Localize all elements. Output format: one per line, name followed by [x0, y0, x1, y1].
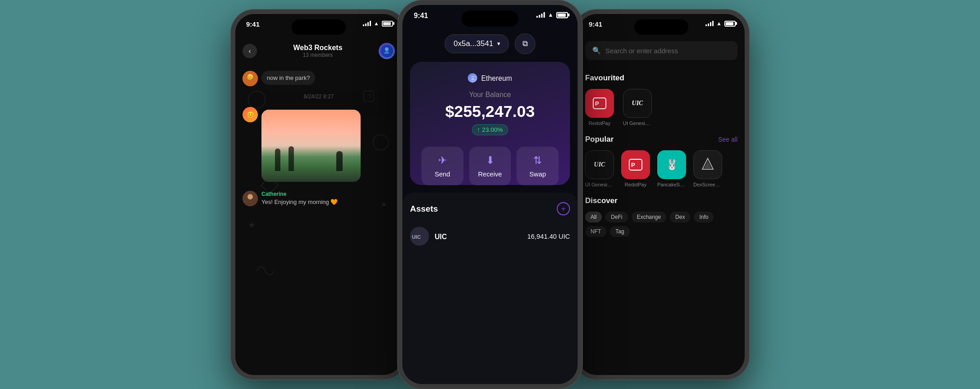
chat-member-count: 13 members [262, 52, 373, 58]
add-asset-button[interactable]: + [557, 202, 570, 215]
discover-tab-nft[interactable]: NFT [585, 226, 606, 237]
discover-tabs: All DeFi Exchange Dex Info NFT Tag [585, 212, 737, 237]
dapp-item-redotpay-pop[interactable]: P RedotPay [621, 150, 650, 187]
search-icon: 🔍 [592, 46, 601, 55]
copy-address-button[interactable]: ⧉ [514, 33, 535, 54]
discover-tab-exchange[interactable]: Exchange [632, 212, 666, 222]
asset-item-uic[interactable]: UIC UIC 16,941.40 UIC [410, 223, 570, 250]
svg-text:😊: 😊 [247, 74, 253, 80]
signal-icon-browser [705, 21, 714, 26]
change-badge: ↑ 23.00% [472, 125, 508, 135]
wallet-actions: ✈ Send ⬇ Receive ⇅ Swap [421, 147, 559, 185]
favourited-grid: P RedotPay UIC UI Genesis No.. [585, 89, 737, 126]
status-time-browser: 9:41 [589, 20, 602, 28]
chat-messages-area: 😊 now in the park? 6/24/22 8:27 😊 [235, 64, 402, 375]
browser-content: Favourited P RedotPay UIC [578, 66, 745, 375]
discover-tab-dex[interactable]: Dex [670, 212, 690, 222]
date-divider: 6/24/22 8:27 [243, 93, 395, 100]
dynamic-island [292, 19, 346, 35]
svg-point-7 [385, 47, 389, 51]
chat-screen: ★ ★ ? 9:41 ▲ [235, 14, 402, 375]
pancake-pop-icon: 🐰 [657, 150, 686, 179]
swap-label: Swap [529, 170, 546, 178]
assets-section: Assets + UIC UIC 16,941.40 UIC [403, 193, 578, 384]
receive-icon: ⬇ [486, 154, 495, 167]
receive-button[interactable]: ⬇ Receive [469, 147, 511, 185]
uic-icon: UIC [410, 227, 429, 245]
catherine-sender-name: Catherine [261, 191, 338, 197]
send-button[interactable]: ✈ Send [421, 147, 463, 185]
asset-name: UIC [435, 232, 522, 240]
svg-marker-20 [704, 161, 711, 168]
discover-tab-tag[interactable]: Tag [610, 226, 629, 237]
wifi-icon-chat: ▲ [374, 20, 379, 27]
asset-amount: 16,941.40 UIC [527, 232, 570, 240]
phone-wallet: 9:41 ▲ 0x5a...3541 ▾ ⧉ [398, 0, 582, 389]
battery-icon-browser [724, 21, 736, 27]
balance-change: ↑ 23.00% [421, 125, 559, 135]
svg-point-12 [247, 194, 253, 199]
sender-avatar: 😊 [243, 71, 258, 86]
sender-avatar-2: 😊 [243, 107, 258, 122]
phones-container: ★ ★ ? 9:41 ▲ [0, 0, 980, 389]
wallet-card: Ξ Ethereum Your Balance $255,247.03 ↑ 23… [410, 62, 570, 185]
redotpay-pop-icon: P [621, 150, 650, 179]
send-icon: ✈ [438, 154, 447, 167]
change-percent: 23.00% [482, 126, 503, 134]
svg-text:P: P [595, 100, 599, 107]
back-button[interactable]: ‹ [243, 44, 257, 58]
balance-label: Your Balance [421, 90, 559, 98]
dapp-item-uigenesis-fav[interactable]: UIC UI Genesis No.. [623, 89, 652, 126]
dapp-item-dexscreener-pop[interactable]: DexScreener [693, 150, 722, 187]
up-arrow-icon: ↑ [477, 126, 480, 134]
redotpay-pop-label: RedotPay [625, 182, 646, 187]
uigenesis-fav-label: UI Genesis No.. [623, 120, 652, 126]
status-icons-chat: ▲ [363, 20, 393, 27]
photo-message[interactable] [261, 110, 361, 182]
catherine-avatar [243, 191, 258, 206]
status-icons-browser: ▲ [705, 20, 736, 27]
pancake-pop-label: PancakeSwa.. [657, 182, 686, 187]
dapp-item-pancake-pop[interactable]: 🐰 PancakeSwa.. [657, 150, 686, 187]
receive-label: Receive [478, 170, 502, 178]
chevron-down-icon: ▾ [497, 41, 500, 47]
battery-icon-chat [382, 21, 393, 27]
discover-tab-defi[interactable]: DeFi [605, 212, 627, 222]
phone-chat: ★ ★ ? 9:41 ▲ [231, 9, 407, 380]
browser-screen: 9:41 ▲ 🔍 Search or enter address [578, 14, 745, 375]
ethereum-icon: Ξ [468, 73, 477, 83]
status-time-wallet: 9:41 [414, 12, 428, 20]
catherine-message-row: Catherine Yes! Enjoying my morning 🧡 [243, 191, 395, 206]
chat-group-name: Web3 Rockets [262, 44, 373, 52]
status-icons-wallet: ▲ [536, 12, 568, 19]
dynamic-island-wallet [462, 11, 518, 27]
discover-tab-info[interactable]: Info [694, 212, 714, 222]
search-placeholder-text: Search or enter address [605, 47, 678, 55]
battery-icon-wallet [556, 12, 568, 18]
balance-amount: $255,247.03 [421, 102, 559, 120]
wallet-address-text: 0x5a...3541 [453, 40, 493, 48]
swap-button[interactable]: ⇅ Swap [517, 147, 559, 185]
discover-section-title: Discover [585, 196, 737, 205]
wallet-screen: 9:41 ▲ 0x5a...3541 ▾ ⧉ [403, 5, 578, 384]
asset-info: UIC [435, 232, 522, 240]
dapp-item-uigenesis-pop[interactable]: UIC UI Genesis No. [585, 150, 614, 187]
browser-search-bar[interactable]: 🔍 Search or enter address [585, 41, 737, 60]
message-row-1: 😊 now in the park? [243, 71, 395, 86]
redotpay-fav-icon: P [585, 89, 614, 118]
swap-icon: ⇅ [533, 154, 542, 167]
dapp-item-redotpay-fav[interactable]: P RedotPay [585, 89, 614, 126]
favourited-section-title: Favourited [585, 74, 737, 83]
catherine-message-text: Yes! Enjoying my morning 🧡 [261, 199, 338, 205]
message-text-1: now in the park? [261, 71, 315, 85]
message-row-photo: 😊 [243, 107, 395, 182]
send-label: Send [435, 170, 450, 178]
discover-tab-all[interactable]: All [585, 212, 602, 222]
uigenesis-fav-icon: UIC [623, 89, 652, 118]
popular-grid: UIC UI Genesis No. P RedotPay [585, 150, 737, 187]
wallet-address-pill[interactable]: 0x5a...3541 ▾ [444, 34, 508, 53]
see-all-button[interactable]: See all [718, 136, 737, 143]
svg-text:P: P [631, 162, 635, 168]
network-badge: Ξ Ethereum [421, 73, 559, 83]
signal-icon-chat [363, 21, 371, 26]
